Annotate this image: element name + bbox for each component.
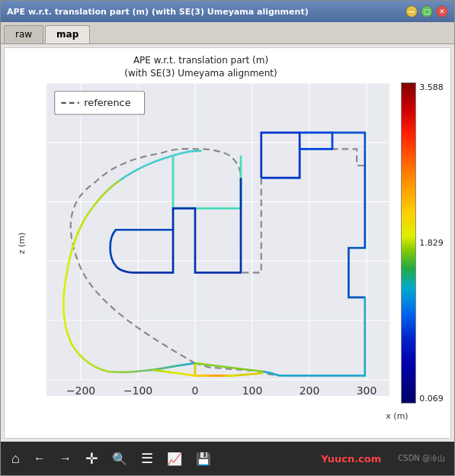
colorbar-wrapper: 3.588 1.829 0.069 <box>401 82 444 404</box>
colorbar-mid: 1.829 <box>419 238 444 248</box>
colorbar-area: 3.588 1.829 0.069 <box>397 48 450 438</box>
pan-button[interactable]: ✛ <box>84 448 100 469</box>
close-button[interactable]: ✕ <box>436 5 448 18</box>
settings-button[interactable]: ☰ <box>139 449 155 468</box>
tab-map[interactable]: map <box>45 25 90 43</box>
chart-plot-area: −200 −100 0 100 200 300 0 100 200 300 40… <box>46 83 389 396</box>
zoom-button[interactable]: 🔍 <box>111 450 129 468</box>
svg-text:reference: reference <box>84 97 130 108</box>
window-title: APE w.r.t. translation part (m) (with SE… <box>7 7 309 17</box>
colorbar-ticks: 3.588 1.829 0.069 <box>416 82 444 404</box>
minimize-button[interactable]: — <box>405 5 418 18</box>
title-bar: APE w.r.t. translation part (m) (with SE… <box>1 1 454 22</box>
watermark-label: Yuucn.com <box>321 453 381 465</box>
chart-container: APE w.r.t. translation part (m) (with SE… <box>4 47 451 439</box>
save-button[interactable]: 💾 <box>194 450 213 468</box>
window-controls: — □ ✕ <box>405 5 448 18</box>
tabs-bar: raw map <box>1 22 454 44</box>
back-button[interactable]: ← <box>32 450 47 467</box>
forward-button[interactable]: → <box>58 450 73 467</box>
colorbar-gradient <box>401 82 416 404</box>
chart-svg: −200 −100 0 100 200 300 0 100 200 300 40… <box>46 83 389 396</box>
colorbar-min: 0.069 <box>419 394 444 404</box>
tab-raw[interactable]: raw <box>4 25 43 43</box>
content-area: APE w.r.t. translation part (m) (with SE… <box>1 44 454 442</box>
colorbar-max: 3.588 <box>419 82 444 92</box>
svg-rect-0 <box>46 83 389 396</box>
svg-text:100: 100 <box>242 384 263 396</box>
svg-text:200: 200 <box>300 384 320 396</box>
plot-button[interactable]: 📈 <box>165 450 184 468</box>
main-window: APE w.r.t. translation part (m) (with SE… <box>0 0 455 476</box>
home-button[interactable]: ⌂ <box>10 449 21 468</box>
svg-text:300: 300 <box>357 384 377 396</box>
toolbar: ⌂ ← → ✛ 🔍 ☰ 📈 💾 Yuucn.com CSDN @冷山 <box>1 442 454 475</box>
maximize-button[interactable]: □ <box>421 5 433 18</box>
chart-main: APE w.r.t. translation part (m) (with SE… <box>5 48 397 438</box>
chart-title: APE w.r.t. translation part (m) (with SE… <box>5 48 397 83</box>
svg-text:−100: −100 <box>123 384 152 396</box>
svg-text:−200: −200 <box>66 384 95 396</box>
y-axis-label: z (m) <box>17 232 27 254</box>
csdn-label: CSDN @冷山 <box>398 453 445 464</box>
svg-text:0: 0 <box>192 384 199 396</box>
